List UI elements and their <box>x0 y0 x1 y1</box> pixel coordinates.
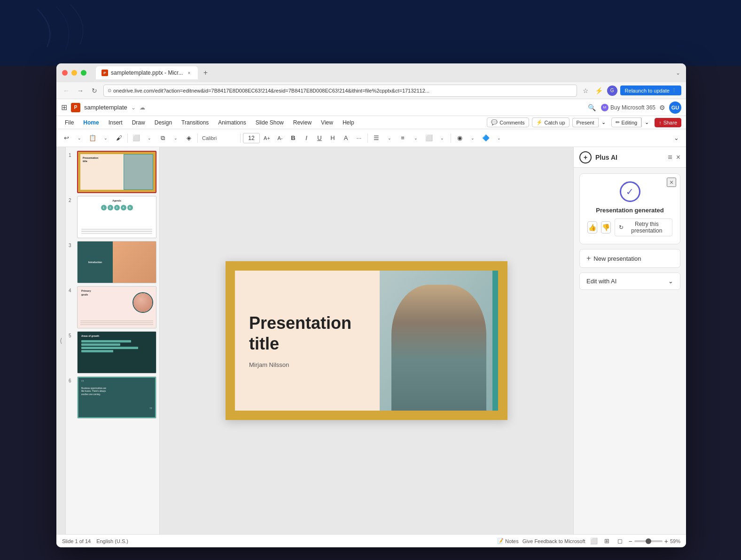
profile-icon[interactable]: G <box>607 86 617 96</box>
new-presentation-btn[interactable]: + New presentation <box>579 249 680 268</box>
arrange-arrow-btn[interactable]: ⌄ <box>170 132 182 144</box>
buy-microsoft-btn[interactable]: M Buy Microsoft 365 <box>601 104 655 111</box>
reading-view-btn[interactable]: ◻ <box>616 537 625 546</box>
bullets-arrow-btn[interactable]: ⌄ <box>383 132 396 144</box>
font-size-up[interactable]: A+ <box>261 132 273 144</box>
new-tab-btn[interactable]: + <box>200 67 211 78</box>
menu-animations[interactable]: Animations <box>214 118 250 127</box>
font-size-down[interactable]: A- <box>274 132 286 144</box>
align-btn[interactable]: ⬜ <box>423 132 435 144</box>
menu-help[interactable]: Help <box>339 118 358 127</box>
shape-fill-arrow-btn[interactable]: ⌄ <box>467 132 479 144</box>
traffic-light-maximize[interactable] <box>81 70 86 76</box>
slide-img-4[interactable]: Primarygoals <box>77 286 156 328</box>
reload-btn[interactable]: ↻ <box>89 86 100 96</box>
align-arrow-btn[interactable]: ⌄ <box>436 132 448 144</box>
menu-home[interactable]: Home <box>79 118 102 127</box>
editing-caret[interactable]: ⌄ <box>641 118 652 127</box>
zoom-slider[interactable] <box>634 540 663 542</box>
avatar[interactable]: GU <box>669 101 681 114</box>
panel-close-btn[interactable]: × <box>676 153 680 162</box>
highlight-btn[interactable]: H <box>327 132 339 144</box>
back-btn[interactable]: ← <box>61 86 71 96</box>
slide-img-3[interactable]: Introduction <box>77 241 156 283</box>
slide-img-5[interactable]: Areas of growth <box>77 331 156 373</box>
extensions-icon[interactable]: ⚡ <box>594 86 604 96</box>
retry-btn[interactable]: ↻ Retry this presentation <box>615 218 672 236</box>
slide-thumb-5[interactable]: 5 Areas of growth <box>69 331 156 373</box>
undo-btn[interactable]: ↩ <box>60 132 72 144</box>
menu-draw[interactable]: Draw <box>128 118 149 127</box>
comments-btn[interactable]: 💬 Comments <box>487 117 529 127</box>
menu-review[interactable]: Review <box>289 118 315 127</box>
font-size-box[interactable]: 12 <box>243 133 260 143</box>
more-btn[interactable]: ⌄ <box>670 132 682 144</box>
menu-file[interactable]: File <box>61 118 78 127</box>
slide-thumb-3[interactable]: 3 Introduction <box>69 241 156 283</box>
menu-design[interactable]: Design <box>151 118 176 127</box>
card-close-btn[interactable]: × <box>667 178 676 187</box>
panel-menu-icon[interactable]: ≡ <box>668 153 672 162</box>
url-bar[interactable]: ⊙ onedrive.live.com/edit?action=editnew&… <box>103 85 577 97</box>
design-ideas-btn[interactable]: ◈ <box>183 132 195 144</box>
relaunch-btn[interactable]: Relaunch to update ⋮ <box>620 86 681 95</box>
arrange-btn[interactable]: ⧉ <box>156 132 169 144</box>
zoom-out-btn[interactable]: − <box>629 537 632 545</box>
slide-thumb-6[interactable]: 6 " Business opportunities arelike buses… <box>69 376 156 419</box>
search-btn[interactable]: 🔍 <box>587 102 597 113</box>
notes-btn[interactable]: 📝 Notes <box>497 538 519 544</box>
bold-btn[interactable]: B <box>287 132 299 144</box>
edit-with-ai-btn[interactable]: Edit with AI ⌄ <box>579 272 680 290</box>
menu-slide-show[interactable]: Slide Show <box>252 118 288 127</box>
numbering-btn[interactable]: ≡ <box>397 132 409 144</box>
slide-img-6[interactable]: " Business opportunities arelike buses. … <box>77 376 156 419</box>
shape-effects-arrow-btn[interactable]: ⌄ <box>493 132 505 144</box>
slide-img-1[interactable]: Presentationtitle <box>77 151 156 193</box>
italic-btn[interactable]: I <box>300 132 312 144</box>
text-color-btn[interactable]: A <box>340 132 352 144</box>
main-slide-canvas[interactable]: Presentation title Mirjam Nilsson <box>226 261 507 420</box>
numbering-arrow-btn[interactable]: ⌄ <box>410 132 422 144</box>
tab-close-btn[interactable]: × <box>186 70 192 76</box>
collapse-panel-btn[interactable]: ⟨ <box>56 147 66 534</box>
font-name[interactable]: Calibri <box>200 135 238 141</box>
shapes-arrow-btn[interactable]: ⌄ <box>143 132 156 144</box>
slide-thumb-4[interactable]: 4 Primarygoals <box>69 286 156 328</box>
menu-view[interactable]: View <box>317 118 337 127</box>
slide-thumb-2[interactable]: 2 Agenda 1 2 3 4 5 <box>69 196 156 238</box>
more-text-btn[interactable]: ··· <box>353 132 365 144</box>
bookmark-icon[interactable]: ☆ <box>581 86 591 96</box>
shape-effects-btn[interactable]: 🔷 <box>480 132 492 144</box>
thumbs-up-btn[interactable]: 👍 <box>587 221 597 233</box>
present-btn[interactable]: Present <box>572 118 598 127</box>
traffic-light-minimize[interactable] <box>71 70 77 76</box>
format-painter-btn[interactable]: 🖌 <box>113 132 125 144</box>
clipboard-btn[interactable]: 📋 <box>86 132 99 144</box>
menu-transitions[interactable]: Transitions <box>178 118 212 127</box>
forward-btn[interactable]: → <box>75 86 86 96</box>
traffic-light-close[interactable] <box>62 70 68 76</box>
title-bar-chevron[interactable]: ⌄ <box>676 70 680 76</box>
share-btn[interactable]: ↑ Share <box>655 118 681 127</box>
shapes-btn[interactable]: ⬜ <box>130 132 142 144</box>
browser-tab[interactable]: P sampletemplate.pptx - Micr... × <box>96 66 198 79</box>
grid-icon[interactable]: ⊞ <box>61 103 67 112</box>
slide-img-2[interactable]: Agenda 1 2 3 4 5 <box>77 196 156 238</box>
normal-view-btn[interactable]: ⬜ <box>589 537 599 546</box>
menu-insert[interactable]: Insert <box>105 118 126 127</box>
shape-fill-btn[interactable]: ◉ <box>453 132 466 144</box>
thumbs-down-btn[interactable]: 👎 <box>601 221 611 233</box>
editing-btn[interactable]: ✏ Editing <box>611 117 642 127</box>
underline-btn[interactable]: U <box>313 132 326 144</box>
slide-num-1: 1 <box>69 153 75 158</box>
settings-icon[interactable]: ⚙ <box>659 104 665 111</box>
catchup-btn[interactable]: ⚡ Catch up <box>532 117 569 127</box>
present-caret[interactable]: ⌄ <box>598 118 608 127</box>
slide-thumb-1[interactable]: 1 Presentationtitle <box>69 151 156 193</box>
undo-history-btn[interactable]: ⌄ <box>73 132 86 144</box>
feedback-label[interactable]: Give Feedback to Microsoft <box>523 538 585 544</box>
bullets-btn[interactable]: ☰ <box>370 132 382 144</box>
zoom-in-btn[interactable]: + <box>664 537 668 545</box>
slide-sorter-btn[interactable]: ⊞ <box>602 537 612 546</box>
clipboard-arrow-btn[interactable]: ⌄ <box>100 132 112 144</box>
